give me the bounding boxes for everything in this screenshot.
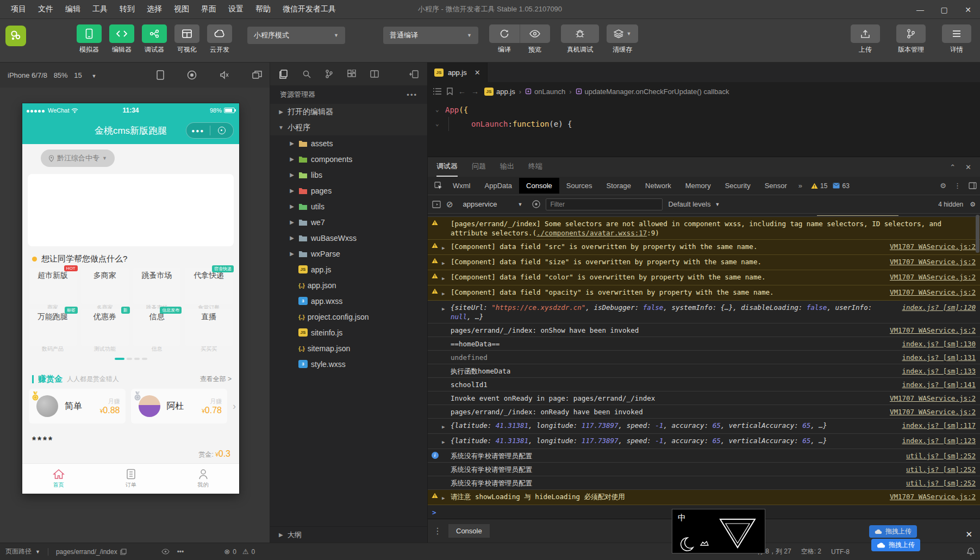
menu-item-设置[interactable]: 设置 (223, 2, 249, 16)
close-panel-icon[interactable]: ✕ (965, 163, 971, 171)
console-scrollbar[interactable] (976, 215, 979, 253)
menu-item-工具[interactable]: 工具 (87, 2, 113, 16)
search-icon[interactable] (302, 70, 311, 78)
expand-arrow-icon[interactable]: ▶ (442, 304, 447, 314)
真机调试-button[interactable] (561, 24, 599, 43)
详情-button[interactable] (942, 24, 971, 43)
source-link[interactable]: VM1707 WAService.js:2 (890, 326, 976, 335)
menu-item-视图[interactable]: 视图 (168, 2, 195, 16)
tree-item-project.config.json[interactable]: {..}project.config.json (270, 309, 427, 325)
debugger-tab-输出[interactable]: 输出 (500, 157, 514, 177)
expand-arrow-icon[interactable]: ▶ (442, 438, 447, 447)
tab-app-js[interactable]: JS app.js ✕ (428, 63, 488, 82)
drawer-more-icon[interactable]: ⋮ (433, 526, 442, 536)
device-select[interactable]: iPhone 6/7/8 85% 15 ▼ (8, 71, 96, 79)
collapse-panel-icon[interactable] (409, 70, 419, 78)
phone-tab-我的[interactable]: 我的 (167, 464, 239, 494)
tree-item-小程序[interactable]: ▼小程序 (270, 120, 427, 135)
debugger-tab-终端[interactable]: 终端 (528, 157, 542, 177)
source-link[interactable]: util.js? [sm]:252 (906, 465, 976, 474)
debugger-tab-调试器[interactable]: 调试器 (436, 157, 458, 177)
云开发-button[interactable] (207, 24, 232, 43)
detach-window-icon[interactable] (252, 71, 262, 79)
source-link[interactable]: index.js? [sm]:123 (902, 436, 976, 445)
breadcrumb-segment[interactable]: JSapp.js (484, 88, 515, 96)
encoding-setting[interactable]: UTF-8 (831, 548, 850, 556)
message-token[interactable]: ./components/avatar.wxss:17 (536, 229, 647, 237)
menu-item-界面[interactable]: 界面 (196, 2, 222, 16)
tree-item-打开的编辑器[interactable]: ▶打开的编辑器 (270, 104, 427, 120)
tree-item-app.wxss[interactable]: 3app.wxss (270, 293, 427, 309)
模拟器-button[interactable] (77, 24, 102, 43)
outline-section[interactable]: ▶ 大纲 (270, 526, 427, 543)
tree-item-app.json[interactable]: {..}app.json (270, 277, 427, 293)
page-path-select[interactable]: 页面路径 ▼ (5, 547, 40, 556)
expand-arrow-icon[interactable]: ▶ (442, 289, 447, 298)
expand-arrow-icon[interactable]: ▶ (442, 244, 447, 253)
service-直播[interactable]: 直播买买买 (185, 309, 233, 346)
service-信息[interactable]: 信息信息发布信息 (133, 309, 181, 346)
版本管理-button[interactable] (896, 24, 926, 43)
expand-arrow-icon[interactable]: ▶ (442, 259, 447, 268)
back-arrow-icon[interactable]: ← (458, 87, 466, 96)
清缓存-button[interactable]: ▼ (607, 24, 638, 43)
drag-upload-button-small[interactable]: 拖拽上传 (869, 525, 917, 538)
可视化-button[interactable] (174, 24, 199, 43)
调试器-button[interactable] (142, 24, 167, 43)
source-link[interactable]: VM1707 WAService.js:2 (890, 407, 976, 416)
extensions-icon[interactable] (347, 70, 356, 78)
tree-item-we7[interactable]: ▶we7 (270, 214, 427, 230)
source-link[interactable]: VM1707 WAService.js:2 (890, 272, 976, 282)
watch-eye-icon[interactable] (161, 549, 170, 555)
outline-list-icon[interactable] (433, 88, 441, 95)
school-location-pill[interactable]: 黔江综合中专 ▼ (41, 150, 115, 167)
service-万能跑腿[interactable]: 万能跑腿标签数码产品 (29, 309, 77, 346)
编辑器-button[interactable] (109, 24, 134, 43)
source-link[interactable]: VM1707 WAService.js:2 (890, 257, 976, 266)
next-arrow-icon[interactable]: › (233, 401, 236, 412)
clear-console-icon[interactable]: ⊘ (446, 200, 453, 209)
source-link[interactable]: index.js? [sm]:131 (902, 353, 976, 362)
devtools-tab-Wxml[interactable]: Wxml (446, 178, 478, 194)
dock-side-icon[interactable] (969, 182, 977, 189)
service-多商家[interactable]: 多商家多商家 (81, 267, 129, 304)
source-link[interactable]: util.js? [sm]:252 (906, 451, 976, 461)
phone-tab-首页[interactable]: 首页 (22, 464, 95, 494)
tab-overflow-icon[interactable]: » (794, 182, 807, 190)
page-path-value[interactable]: pages/errand/_/index (56, 548, 127, 556)
source-control-icon[interactable] (325, 70, 333, 78)
view-all-link[interactable]: 查看全部 > (200, 375, 232, 384)
capsule-home-icon[interactable] (210, 127, 234, 134)
tree-item-wxParse[interactable]: ▶wxParse (270, 246, 427, 262)
breadcrumb-segment[interactable]: onLaunch (525, 88, 565, 96)
source-link[interactable]: util.js? [sm]:252 (906, 478, 976, 488)
notifications-bell-icon[interactable] (967, 547, 975, 556)
devtools-tab-Sources[interactable]: Sources (559, 178, 600, 194)
devtools-logo-icon[interactable] (5, 26, 26, 46)
devtools-tab-Storage[interactable]: Storage (600, 178, 639, 194)
menu-item-文件[interactable]: 文件 (33, 2, 59, 16)
maximize-button[interactable]: ▢ (932, 0, 956, 19)
tree-item-assets[interactable]: ▶assets (270, 135, 427, 151)
log-levels-select[interactable]: Default levels ▼ (668, 200, 720, 208)
minimize-button[interactable]: — (908, 0, 932, 19)
service-优惠券[interactable]: 优惠券新测试功能 (81, 309, 129, 346)
rotate-device-icon[interactable] (157, 70, 164, 80)
debugger-tab-问题[interactable]: 问题 (472, 157, 486, 177)
source-link[interactable]: index.js? [sm]:133 (902, 366, 976, 376)
context-select[interactable]: appservice ▼ (459, 198, 527, 210)
collapse-panel-icon[interactable]: ⌃ (950, 163, 956, 171)
indentation-setting[interactable]: 空格: 2 (801, 547, 821, 556)
reward-card[interactable]: 简单月赚¥0.88 (29, 389, 126, 424)
menu-item-转到[interactable]: 转到 (114, 2, 140, 16)
breadcrumb-segment[interactable]: updateManager.onCheckForUpdate() callbac… (576, 88, 729, 96)
devtools-tab-Security[interactable]: Security (718, 178, 758, 194)
console-filter-input[interactable] (546, 198, 663, 210)
fold-arrow-icon[interactable]: ⌄ (435, 103, 445, 117)
expand-arrow-icon[interactable]: ▶ (442, 494, 447, 503)
drag-upload-button[interactable]: 拖拽上传 (871, 539, 920, 551)
devtools-tab-Network[interactable]: Network (638, 178, 678, 194)
source-link[interactable]: VM1707 WAService.js:2 (890, 242, 976, 251)
drawer-console-tab[interactable]: Console (448, 524, 490, 538)
warning-count-badge[interactable]: 15 (811, 182, 827, 190)
